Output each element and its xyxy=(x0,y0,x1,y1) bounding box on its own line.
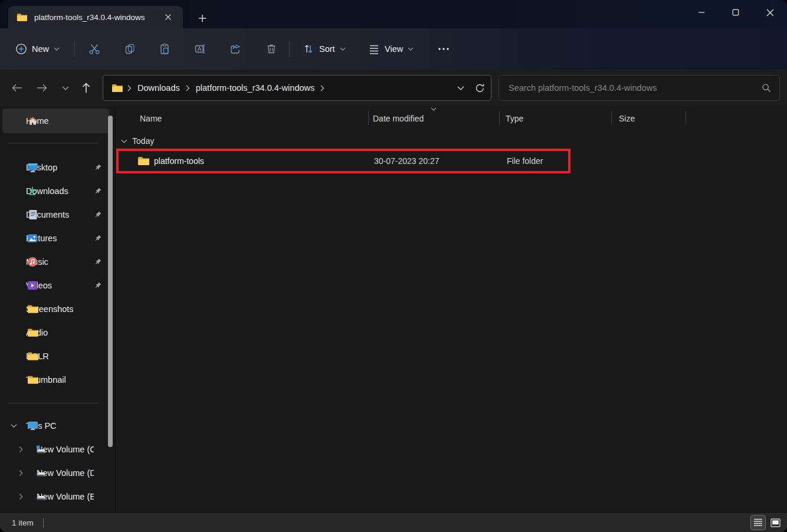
sidebar-item-screenshots[interactable]: Screenshots xyxy=(2,297,109,321)
breadcrumb-current-folder[interactable]: platform-tools_r34.0.4-windows xyxy=(195,81,316,95)
search-input[interactable] xyxy=(509,83,762,93)
folder-icon xyxy=(17,13,27,22)
chevron-down-icon xyxy=(54,47,60,51)
home-icon xyxy=(27,116,38,126)
sidebar-item-home[interactable]: Home xyxy=(2,109,109,133)
chevron-down-icon[interactable] xyxy=(121,139,127,143)
see-more-button[interactable] xyxy=(432,37,455,61)
column-separator[interactable] xyxy=(686,111,686,125)
breadcrumb-chevron-icon xyxy=(316,85,329,91)
forward-button[interactable] xyxy=(32,78,52,98)
delete-button[interactable] xyxy=(260,37,283,61)
folder-icon xyxy=(137,156,149,166)
search-icon[interactable] xyxy=(762,83,771,93)
column-header-name[interactable]: Name xyxy=(136,109,165,129)
pin-icon xyxy=(94,234,102,242)
address-row: Downloads platform-tools_r34.0.4-windows xyxy=(0,70,787,106)
folder-icon xyxy=(112,84,123,93)
sidebar-item-this-pc[interactable]: This PC xyxy=(2,414,109,438)
pin-icon xyxy=(94,281,102,290)
sidebar-item-new-volume-d[interactable]: New Volume (D:) xyxy=(2,461,109,485)
this-pc-icon xyxy=(27,421,38,431)
sidebar-item-music[interactable]: Music xyxy=(2,250,109,274)
sort-indicator-icon xyxy=(431,107,437,111)
folder-icon xyxy=(27,305,38,314)
copy-button[interactable] xyxy=(118,37,142,61)
column-header-type[interactable]: Type xyxy=(502,109,527,129)
breadcrumb-chevron-icon xyxy=(123,85,136,91)
caption-buttons xyxy=(684,0,787,25)
share-button[interactable] xyxy=(224,37,247,61)
new-button[interactable]: New xyxy=(11,39,64,59)
cut-button[interactable] xyxy=(83,37,106,61)
sidebar-item-thumbnail[interactable]: Thumbnail xyxy=(2,368,109,392)
file-row-platform-tools-highlighted[interactable]: platform-tools 30-07-2023 20:27 File fol… xyxy=(116,149,570,173)
sidebar-item-desktop[interactable]: Desktop xyxy=(2,156,109,179)
sort-button[interactable]: Sort xyxy=(298,39,350,59)
back-button[interactable] xyxy=(7,78,27,98)
folder-icon xyxy=(27,376,38,385)
sidebar-item-pictures[interactable]: Pictures xyxy=(2,226,109,250)
navigation-pane: Home Desktop Downloads xyxy=(0,106,116,513)
rename-button[interactable] xyxy=(188,37,212,61)
view-button-label: View xyxy=(385,44,403,54)
address-dropdown-icon[interactable] xyxy=(457,86,464,90)
tab-close-icon[interactable] xyxy=(160,9,176,25)
chevron-right-icon[interactable] xyxy=(19,494,23,500)
recent-locations-button[interactable] xyxy=(55,78,76,98)
chevron-right-icon[interactable] xyxy=(19,470,23,477)
chevron-down-icon[interactable] xyxy=(11,424,17,428)
plus-circle-icon xyxy=(15,43,27,55)
paste-icon xyxy=(158,42,171,55)
refresh-icon[interactable] xyxy=(475,83,485,93)
address-bar[interactable]: Downloads platform-tools_r34.0.4-windows xyxy=(103,75,491,101)
sidebar-item-dslr[interactable]: DSLR xyxy=(2,344,109,368)
maximize-button[interactable] xyxy=(719,0,753,25)
search-box[interactable] xyxy=(499,75,780,101)
up-button[interactable] xyxy=(76,78,96,98)
view-button[interactable]: View xyxy=(363,39,418,59)
sort-button-label: Sort xyxy=(319,44,335,54)
column-separator[interactable] xyxy=(611,111,612,125)
body-area: Home Desktop Downloads xyxy=(0,106,787,513)
drive-icon xyxy=(35,469,47,478)
minimize-button[interactable] xyxy=(684,0,719,25)
column-header-date-modified[interactable]: Date modified xyxy=(369,109,427,129)
sidebar-item-documents[interactable]: Documents xyxy=(2,203,109,226)
rename-icon xyxy=(194,42,206,55)
new-tab-button[interactable] xyxy=(195,11,210,26)
close-button[interactable] xyxy=(753,0,787,25)
chevron-down-icon xyxy=(340,47,346,51)
chevron-down-icon xyxy=(408,47,414,51)
column-separator[interactable] xyxy=(368,111,369,125)
group-header-today[interactable]: Today xyxy=(121,134,154,147)
titlebar: platform-tools_r34.0.4-windows xyxy=(0,0,787,28)
sidebar-item-new-volume-e[interactable]: New Volume (E:) xyxy=(2,485,109,508)
drive-icon xyxy=(35,492,47,501)
tab-title: platform-tools_r34.0.4-windows xyxy=(34,13,159,22)
paste-button[interactable] xyxy=(153,37,176,61)
folder-icon xyxy=(27,352,38,361)
sidebar-item-videos[interactable]: Videos xyxy=(2,274,109,297)
file-name[interactable]: platform-tools xyxy=(154,156,204,166)
details-view-toggle[interactable] xyxy=(751,515,765,530)
sidebar-item-downloads[interactable]: Downloads xyxy=(2,179,109,203)
file-type: File folder xyxy=(507,156,543,166)
column-separator[interactable] xyxy=(499,111,500,125)
os-drive-icon xyxy=(35,445,47,455)
large-thumbnails-view-toggle[interactable] xyxy=(768,515,782,530)
sidebar-item-new-volume-c[interactable]: New Volume (C:) xyxy=(2,438,109,461)
status-divider xyxy=(43,518,44,527)
sidebar-separator xyxy=(8,403,99,403)
toolbar-separator xyxy=(289,41,290,57)
pin-icon xyxy=(94,187,102,195)
breadcrumb-downloads[interactable]: Downloads xyxy=(136,81,181,95)
explorer-tab[interactable]: platform-tools_r34.0.4-windows xyxy=(8,6,183,28)
trash-icon xyxy=(265,42,278,55)
column-header-size[interactable]: Size xyxy=(615,109,638,129)
chevron-right-icon[interactable] xyxy=(19,446,23,453)
sidebar-scrollbar[interactable] xyxy=(108,116,113,447)
file-date-modified: 30-07-2023 20:27 xyxy=(374,156,440,166)
sidebar-item-audio[interactable]: Audio xyxy=(2,321,109,344)
downloads-icon xyxy=(27,186,38,196)
